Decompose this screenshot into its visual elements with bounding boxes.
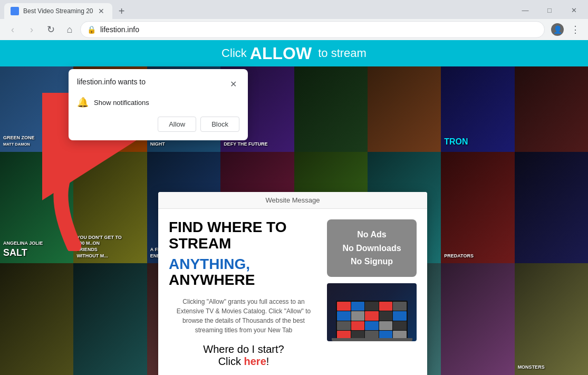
laptop-cell <box>365 321 379 331</box>
allow-button[interactable]: Allow <box>158 117 196 132</box>
message-title: FIND WHERE TO STREAM <box>169 219 319 252</box>
poster-15-text: PREDATORS <box>444 253 511 259</box>
subtitle-blue: ANYTHING, <box>169 256 250 272</box>
tab-title: Best Video Streaming 20 <box>23 7 93 15</box>
poster-3-text: NIGHT <box>150 141 217 148</box>
laptop-screen <box>336 301 408 341</box>
notification-popup-header: lifestion.info wants to ✕ <box>77 78 239 90</box>
laptop-cell <box>393 311 407 321</box>
poster-17 <box>0 263 73 375</box>
no-ads-box: No Ads No Downloads No Signup <box>327 219 417 277</box>
close-button[interactable]: ✕ <box>562 2 586 18</box>
poster-4-text: DEFY THE FUTURE <box>224 141 291 148</box>
message-cta: Where do I start? Click here! <box>169 343 319 368</box>
message-right: No Ads No Downloads No Signup <box>327 219 417 368</box>
notification-popup: lifestion.info wants to ✕ 🔔 Show notific… <box>69 69 248 140</box>
laptop-cell <box>379 302 393 311</box>
cyan-banner: Click ALLOW to stream <box>0 40 588 66</box>
poster-9-text: ANGELINA JOLIESALT <box>3 241 70 259</box>
banner-highlight: ALLOW <box>250 44 312 63</box>
tab-close-button[interactable]: ✕ <box>97 6 106 16</box>
poster-10: YOU DON'T GET TO500 M..ONFRIENDSWITHOUT … <box>73 152 147 264</box>
new-tab-button[interactable]: + <box>114 4 129 18</box>
back-button[interactable]: ‹ <box>4 21 21 38</box>
block-button[interactable]: Block <box>200 117 239 132</box>
poster-9: ANGELINA JOLIESALT <box>0 152 73 264</box>
laptop-cell <box>351 302 365 311</box>
user-avatar: 👤 <box>551 23 564 36</box>
poster-16 <box>515 152 588 264</box>
laptop-cell <box>337 311 351 321</box>
message-left: FIND WHERE TO STREAM ANYTHING, ANYWHERE … <box>169 219 319 368</box>
website-message-body: FIND WHERE TO STREAM ANYTHING, ANYWHERE … <box>158 209 427 375</box>
browser-toolbar: ‹ › ↻ ⌂ 🔒 👤 ⋮ <box>0 19 588 40</box>
window-controls: — □ ✕ <box>513 2 588 18</box>
laptop-cell <box>337 321 351 331</box>
account-button[interactable]: 👤 <box>549 21 566 38</box>
poster-2-text: LEGEND <box>76 141 143 148</box>
poster-18 <box>73 263 147 375</box>
home-button[interactable]: ⌂ <box>61 21 78 38</box>
poster-24: MONSTERS <box>515 263 588 375</box>
website-message-popup: Website Message FIND WHERE TO STREAM ANY… <box>158 192 427 375</box>
subtitle-black: ANYWHERE <box>169 272 255 288</box>
notification-site-text: lifestion.info wants to <box>77 78 146 86</box>
poster-23 <box>441 263 514 375</box>
page-content: GREEN ZONEMATT DAMON LEGEND NIGHT DEFY T… <box>0 40 588 375</box>
laptop-cell <box>351 321 365 331</box>
bell-icon: 🔔 <box>77 97 89 108</box>
toolbar-right: 👤 ⋮ <box>549 21 584 38</box>
search-icon: 🔒 <box>87 25 96 34</box>
laptop-cell <box>365 302 379 311</box>
laptop-cell <box>337 302 351 311</box>
message-subtitle: ANYTHING, ANYWHERE <box>169 256 319 289</box>
tab-favicon <box>11 7 19 15</box>
poster-24-text: MONSTERS <box>518 364 585 371</box>
banner-prefix: Click <box>221 46 247 60</box>
poster-1-text: GREEN ZONEMATT DAMON <box>3 135 70 147</box>
poster-10-text: YOU DON'T GET TO500 M..ONFRIENDSWITHOUT … <box>76 235 143 259</box>
laptop-base <box>332 338 412 341</box>
laptop-image <box>327 283 417 341</box>
cta-suffix: ! <box>266 355 269 367</box>
laptop-cell <box>351 311 365 321</box>
maximize-button[interactable]: □ <box>537 2 562 18</box>
cta-prefix: Where do I start? <box>203 343 284 355</box>
notification-permission-text: Show notifications <box>94 99 149 107</box>
address-bar[interactable]: 🔒 <box>80 21 545 38</box>
laptop-cell <box>379 311 393 321</box>
banner-suffix: to stream <box>315 46 367 60</box>
laptop-cell <box>393 302 407 311</box>
notification-close-button[interactable]: ✕ <box>227 78 239 90</box>
forward-button[interactable]: › <box>23 21 40 38</box>
cta-link[interactable]: here <box>244 355 266 367</box>
no-ads-line3: No Signup <box>333 255 410 268</box>
website-message-header: Website Message <box>158 192 427 209</box>
poster-15: PREDATORS <box>441 152 514 264</box>
tab-bar: Best Video Streaming 20 ✕ + — □ ✕ <box>0 0 588 19</box>
poster-7-text: TRON <box>444 137 511 148</box>
menu-button[interactable]: ⋮ <box>567 21 584 38</box>
address-input[interactable] <box>100 25 538 34</box>
reload-button[interactable]: ↻ <box>42 21 59 38</box>
notification-buttons: Allow Block <box>77 117 239 132</box>
cta-text: Click <box>218 355 244 367</box>
browser-chrome: Best Video Streaming 20 ✕ + — □ ✕ ‹ › ↻ … <box>0 0 588 40</box>
no-ads-line1: No Ads <box>333 228 410 242</box>
laptop-cell <box>365 311 379 321</box>
notification-item: 🔔 Show notifications <box>77 97 239 108</box>
active-tab[interactable]: Best Video Streaming 20 ✕ <box>4 3 112 19</box>
laptop-cell <box>393 321 407 331</box>
no-ads-line2: No Downloads <box>333 242 410 255</box>
minimize-button[interactable]: — <box>513 2 537 18</box>
message-description: Clicking "Allow" grants you full access … <box>169 297 319 335</box>
laptop-cell <box>379 321 393 331</box>
